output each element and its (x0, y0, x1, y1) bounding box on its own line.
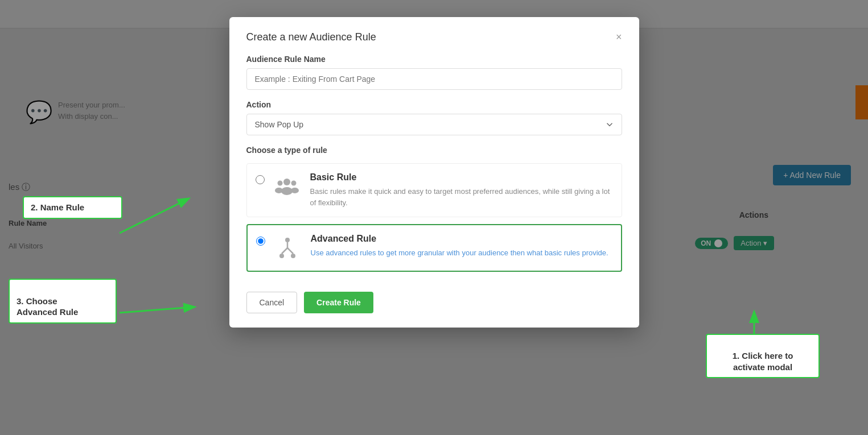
action-label: Action (246, 100, 622, 109)
annotation-step1: 1. Click here to activate modal (706, 334, 820, 379)
create-rule-button[interactable]: Create Rule (304, 292, 373, 313)
basic-rule-option[interactable]: Basic Rule Basic rules make it quick and… (246, 163, 622, 217)
audience-rule-name-group: Audience Rule Name (246, 55, 622, 90)
audience-rule-name-input[interactable] (246, 68, 622, 90)
basic-rule-icon (273, 172, 302, 201)
create-audience-rule-modal: Create a new Audience Rule × Audience Ru… (229, 17, 639, 328)
advanced-rule-icon (274, 234, 302, 262)
svg-point-2 (278, 180, 283, 185)
audience-rule-name-label: Audience Rule Name (246, 55, 622, 64)
svg-line-10 (282, 248, 287, 254)
annotation-step3: 3. Choose Advanced Rule (9, 279, 117, 324)
basic-rule-name: Basic Rule (310, 172, 613, 183)
svg-point-0 (283, 179, 290, 185)
modal-title: Create a new Audience Rule (246, 31, 376, 43)
svg-point-6 (285, 238, 290, 242)
cancel-button[interactable]: Cancel (246, 292, 298, 313)
basic-rule-description: Basic rules make it quick and easy to ta… (310, 186, 613, 208)
basic-rule-radio[interactable] (256, 175, 265, 184)
svg-point-5 (291, 188, 299, 193)
advanced-rule-name: Advanced Rule (311, 234, 608, 244)
rule-type-label: Choose a type of rule (246, 146, 622, 155)
svg-point-8 (291, 254, 295, 258)
advanced-rule-description: Use advanced rules to get more granular … (311, 247, 608, 259)
svg-point-1 (281, 187, 293, 195)
modal-footer: Cancel Create Rule (246, 283, 622, 313)
svg-point-4 (291, 180, 297, 185)
advanced-rule-option[interactable]: Advanced Rule Use advanced rules to get … (246, 224, 622, 272)
rule-type-group: Choose a type of rule Basic Rule Basic r… (246, 146, 622, 272)
action-group: Action Show Pop Up (246, 100, 622, 135)
modal-close-button[interactable]: × (616, 31, 622, 43)
svg-line-11 (287, 248, 293, 254)
annotation-step2: 2. Name Rule (23, 196, 122, 219)
advanced-rule-radio[interactable] (256, 237, 265, 246)
action-select[interactable]: Show Pop Up (246, 114, 622, 135)
svg-point-3 (275, 188, 283, 193)
advanced-rule-text: Advanced Rule Use advanced rules to get … (311, 234, 608, 259)
modal-header: Create a new Audience Rule × (246, 31, 622, 43)
basic-rule-text: Basic Rule Basic rules make it quick and… (310, 172, 613, 208)
svg-point-7 (279, 254, 284, 258)
